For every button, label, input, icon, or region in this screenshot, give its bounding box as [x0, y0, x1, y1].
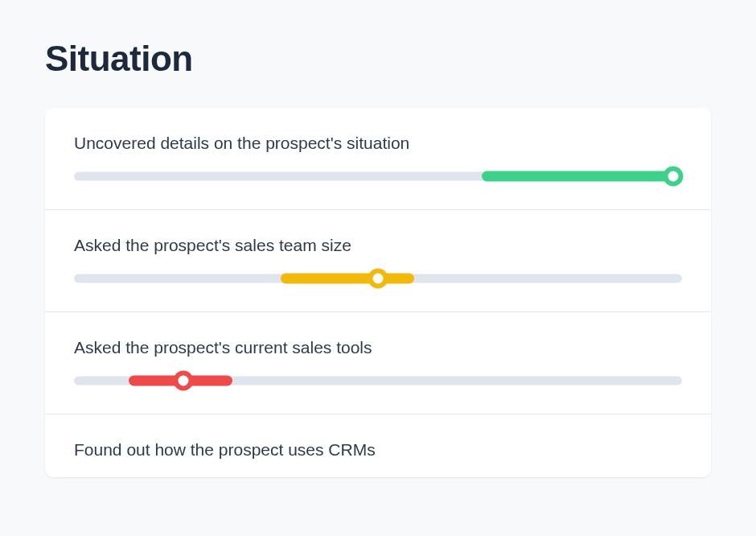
slider[interactable]: [74, 273, 682, 284]
metric-item: Uncovered details on the prospect's situ…: [45, 108, 711, 210]
slider-thumb[interactable]: [368, 269, 388, 289]
metrics-card: Uncovered details on the prospect's situ…: [45, 108, 711, 477]
section-title: Situation: [45, 39, 711, 79]
slider-bar: [281, 274, 414, 284]
slider-thumb[interactable]: [174, 371, 194, 391]
slider-bar: [482, 171, 682, 182]
metric-item: Found out how the prospect uses CRMs: [45, 414, 711, 460]
slider[interactable]: [74, 375, 682, 386]
metric-item: Asked the prospect's sales team size: [45, 210, 711, 312]
slider[interactable]: [74, 171, 682, 182]
metric-label: Found out how the prospect uses CRMs: [74, 440, 682, 460]
metric-item: Asked the prospect's current sales tools: [45, 312, 711, 414]
metric-label: Uncovered details on the prospect's situ…: [74, 134, 682, 153]
slider-thumb[interactable]: [663, 167, 683, 187]
metric-label: Asked the prospect's current sales tools: [74, 338, 682, 357]
metric-label: Asked the prospect's sales team size: [74, 236, 682, 255]
